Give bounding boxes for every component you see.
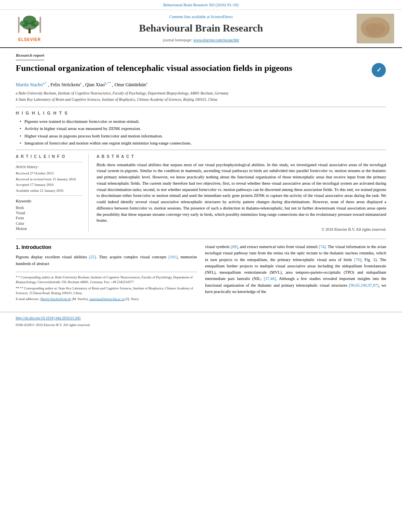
keyword-4: Motion [16,226,82,232]
divider-info [16,162,82,162]
body-left-col: 1. Introduction Pigeons display excellen… [16,244,197,303]
email1-name: (M. Stacho), [72,297,89,301]
footnote-2: ** ** Corresponding author at: State Key… [16,286,197,296]
affiliation-b: b State Key Laboratory of Brain and Cogn… [16,97,386,102]
author3-name: , Qian Xiao [83,82,105,87]
sciencedirect-name: ScienceDirect [210,15,233,19]
paper-title: Functional organization of telencephalic… [16,63,367,74]
ref-74[interactable]: [74] [319,245,326,249]
svg-point-13 [366,23,372,28]
svg-point-12 [364,19,387,35]
abstract-text: Birds show remarkable visual abilities t… [97,162,386,224]
intro-para1: Pigeons display excellent visual abiliti… [16,254,197,267]
footnotes-area: * * Corresponding author at: Ruhr-Univer… [16,272,197,302]
footnote-2-text: ** Corresponding author at: State Key La… [16,286,193,295]
abstract-col: A B S T R A C T Birds show remarkable vi… [97,154,386,233]
keyword-2: Form [16,216,82,221]
svg-text:✓: ✓ [376,67,382,73]
ref-76[interactable]: [76] [354,258,361,262]
issn-line: 0166-4328/© 2016 Elsevier B.V. All right… [16,323,90,327]
article-info-abstract-cols: A R T I C L E I N F O Article history: R… [16,154,386,233]
highlights-list: Pigeons were trained to discriminate for… [16,119,386,146]
journal-logo-right [351,14,394,43]
revised-date: Received in revised form 15 January 2016 [16,177,82,182]
highlight-item-4: Integration of form/color and motion wit… [20,140,386,146]
svg-rect-5 [28,28,31,33]
journal-reference-bar: Behavioural Brain Research 303 (2016) 93… [0,0,402,10]
svg-rect-9 [40,17,41,33]
available-date: Available online 21 January 2016 [16,188,82,193]
article-info-label: A R T I C L E I N F O [16,154,82,159]
footnote-1: * * Corresponding author at: Ruhr-Univer… [16,275,197,285]
homepage-prefix: journal homepage: [163,38,192,42]
divider-2 [16,150,386,150]
highlight-item-1: Pigeons were trained to discriminate for… [20,119,386,124]
divider-1 [16,107,386,107]
journal-title: Behavioural Brain Research [51,21,351,35]
journal-ref-text: Behavioural Brain Research 303 (2016) 93… [163,3,239,7]
article-info-col: A R T I C L E I N F O Article history: R… [16,154,89,233]
crossmark-badge-icon[interactable]: ✓ [371,63,386,78]
report-type-label: Research report [16,52,44,60]
author1-sup: a,* [43,81,47,85]
homepage-url[interactable]: www.elsevier.com/locate/bbr [193,38,239,42]
journal-center-info: Contents lists available at ScienceDirec… [51,14,351,43]
bottom-bar: http://dx.doi.org/10.1016/j.bbr.2016.01.… [0,312,402,330]
svg-point-11 [361,17,390,39]
author3-sup: b,** [105,81,111,85]
author4-sup: a [146,81,147,85]
author2-sup: a [80,81,82,85]
journal-homepage: journal homepage: www.elsevier.com/locat… [51,37,351,43]
affiliations: a Ruhr-University Bochum, Institute of C… [16,91,386,103]
highlight-item-3: Higher visual areas in pigeons process b… [20,133,386,139]
body-section: 1. Introduction Pigeons display excellen… [16,239,386,303]
author2-name: , Felix Ströckens [48,82,80,87]
ref-37-46[interactable]: [37,46] [264,276,276,281]
email-label: E-mail addresses: [16,297,39,301]
svg-point-14 [376,22,384,28]
email2-link[interactable]: qianxiao@moon.ibp.ac.cn [89,297,125,301]
brain-scan-image [357,14,394,43]
doi-link[interactable]: http://dx.doi.org/10.1016/j.bbr.2016.01.… [16,316,81,320]
authors-line: Martin Stachoa,* , Felix Ströckensa , Qi… [16,81,386,88]
footnote-1-text: * Corresponding author at: Ruhr-Universi… [16,275,193,284]
keywords-label: Keywords: [16,199,82,204]
journal-header: ELSEVIER Contents lists available at Sci… [0,10,402,48]
ref-group[interactable]: [90,65,100,97,87] [349,283,379,287]
copyright-text: © 2016 Elsevier B.V. All rights reserved… [97,227,386,232]
svg-rect-10 [357,14,394,43]
highlight-item-2: Activity in higher visual areas was meas… [20,126,386,132]
author1-name: Martin Stacho [16,82,43,87]
abstract-label: A B S T R A C T [97,154,386,159]
highlights-label: H I G H L I G H T S [16,110,386,116]
elsevier-brand-text: ELSEVIER [18,37,41,43]
accepted-date: Accepted 17 January 2016 [16,182,82,187]
page: Behavioural Brain Research 303 (2016) 93… [0,0,402,532]
affiliation-a: a Ruhr-University Bochum, Institute of C… [16,91,386,96]
history-label: Article history: [16,165,82,170]
ref-89[interactable]: [89] [231,245,238,249]
article-history: Article history: Received 27 October 201… [16,165,82,193]
keyword-1: Visual [16,211,82,216]
intro-para-right: visual symbols [89], and extract numeric… [205,244,386,295]
keyword-0: Birds [16,206,82,211]
sciencedirect-link[interactable]: Contents lists available at ScienceDirec… [51,14,351,20]
keyword-3: Color [16,221,82,226]
received-date: Received 27 October 2015 [16,171,82,176]
svg-rect-8 [18,17,20,33]
introduction-heading: 1. Introduction [16,244,197,251]
email1-link[interactable]: Martin.Stacho@rub.de [40,297,71,301]
paper-title-row: Functional organization of telencephalic… [16,63,386,78]
keywords-section: Keywords: Birds Visual Form Color Motion [16,199,82,232]
main-content: Research report Functional organization … [0,48,402,307]
email-addresses-line: E-mail addresses: Martin.Stacho@rub.de (… [16,297,197,302]
author4-name: , Onur Güntürkün [112,82,146,87]
elsevier-tree-icon [14,15,45,36]
ref-25[interactable]: [25] [89,255,96,259]
body-two-col: 1. Introduction Pigeons display excellen… [16,244,386,303]
body-right-col: visual symbols [89], and extract numeric… [205,244,386,303]
ref-101[interactable]: [101] [168,255,177,259]
elsevier-logo-area: ELSEVIER [8,15,51,43]
email2-name: (Q. Xiao). [125,297,139,301]
divider-kw [16,195,82,196]
